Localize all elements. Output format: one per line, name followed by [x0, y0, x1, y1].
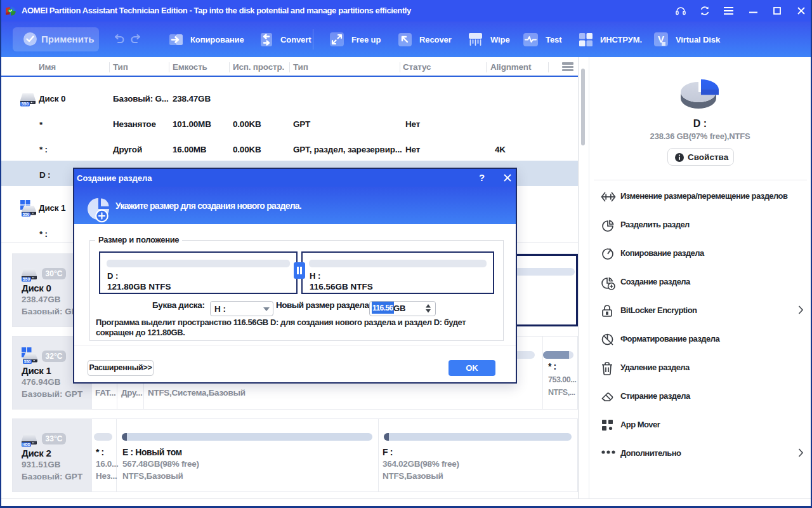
svg-text:HDD: HDD — [22, 443, 30, 446]
svg-text:550: 550 — [22, 102, 29, 106]
svg-text:550: 550 — [24, 359, 31, 364]
svg-text:550: 550 — [23, 277, 30, 281]
svg-text:550: 550 — [23, 212, 30, 217]
